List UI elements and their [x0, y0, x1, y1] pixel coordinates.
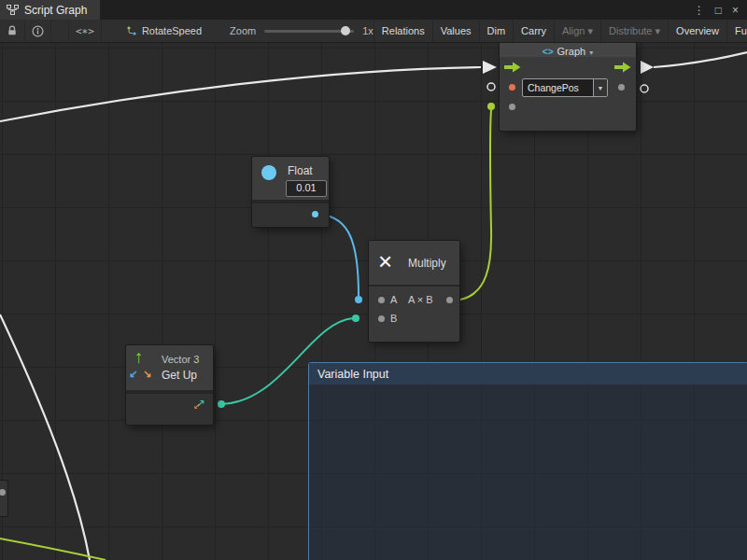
changepos-dropdown-value: ChangePos: [523, 82, 593, 93]
multiply-output-port[interactable]: [446, 297, 453, 303]
multiply-input-b-label: B: [390, 313, 397, 324]
flow-out-arrowhead: [641, 61, 654, 74]
graph-node-title: Graph: [557, 46, 586, 57]
wire-flow-in[interactable]: [0, 67, 481, 121]
wire-flow-bottom[interactable]: [0, 315, 90, 560]
wire-multiply-to-graph[interactable]: [460, 110, 491, 300]
relation-circle-left: [487, 83, 495, 91]
wire-start-teal-dot: [218, 400, 225, 408]
graph-node-header[interactable]: <> Graph ▾: [500, 42, 636, 57]
info-icon: [32, 25, 44, 37]
variable-input-body: [309, 385, 747, 560]
vector3-orange-arrow-icon: ↘: [143, 368, 151, 380]
graph-node-caret-icon: ▾: [589, 49, 593, 57]
float-output-port[interactable]: [312, 211, 318, 217]
vector3-blue-arrow-icon: ↙: [129, 368, 137, 380]
wire-lime-bottom[interactable]: [0, 539, 106, 560]
zoom-label: Zoom: [230, 25, 256, 36]
toolbar-button-carry[interactable]: Carry: [513, 20, 554, 42]
window-menu-icon[interactable]: ⋮: [694, 4, 705, 17]
wire-float-to-multiply[interactable]: [321, 215, 359, 296]
window-titlebar: Script Graph ⋮ □ ×: [0, 0, 747, 20]
vector3-output-port-icon[interactable]: ↗ ↙: [193, 397, 206, 410]
toolbar-button-relations[interactable]: Relations: [374, 20, 432, 42]
vector3-node-title: Get Up: [162, 369, 197, 382]
wire-end-teal-dot: [352, 315, 359, 322]
offscreen-node-port[interactable]: [0, 489, 6, 496]
graph-toolbar: <∗> RotateSpeed Zoom 1x Relations Values…: [0, 20, 747, 43]
script-graph-icon: [7, 5, 19, 15]
float-literal-node[interactable]: Float 0.01: [252, 157, 329, 227]
multiply-input-b-port[interactable]: [378, 315, 385, 322]
float-value-field[interactable]: 0.01: [286, 180, 327, 197]
wire-end-lime-dot: [487, 103, 495, 110]
zoom-value: 1x: [362, 25, 374, 36]
multiply-input-a-label: A: [390, 294, 397, 305]
relation-circle-right: [641, 85, 648, 92]
toolbar-button-distribute: Distribute ▾: [600, 20, 668, 42]
changepos-dropdown[interactable]: ChangePos ▼: [522, 78, 608, 97]
extra-port-gray[interactable]: [509, 104, 515, 110]
float-node-title: Float: [288, 164, 313, 177]
code-preview-button[interactable]: <∗>: [68, 20, 102, 42]
toolbar-button-fullscreen[interactable]: Full Screen: [726, 20, 747, 42]
flow-out-port-icon[interactable]: [614, 62, 631, 73]
offscreen-node-sliver[interactable]: [0, 481, 7, 516]
vector3-up-arrow-icon: ↑: [134, 347, 144, 368]
info-button[interactable]: [25, 20, 51, 42]
code-icon: <∗>: [76, 25, 94, 37]
toolbar-button-values[interactable]: Values: [432, 20, 479, 42]
flow-in-port-icon[interactable]: [504, 62, 521, 73]
variable-input-title: Variable Input: [317, 368, 388, 381]
toolbar-button-overview[interactable]: Overview: [668, 20, 726, 42]
graph-asset-ref[interactable]: RotateSpeed: [126, 25, 202, 36]
multiply-input-a-port[interactable]: [378, 297, 385, 303]
variable-input-header[interactable]: Variable Input: [309, 363, 747, 385]
graph-asset-name: RotateSpeed: [142, 25, 202, 36]
wire-end-cyan-dot: [355, 296, 362, 303]
multiply-icon: ×: [378, 248, 392, 274]
toolbar-button-dim[interactable]: Dim: [479, 20, 514, 42]
window-maximize-icon[interactable]: □: [715, 4, 722, 17]
toolbar-button-align: Align ▾: [554, 20, 600, 42]
wire-flow-out[interactable]: [654, 52, 747, 67]
value-port-orange[interactable]: [509, 84, 515, 91]
variable-input-panel[interactable]: Variable Input: [308, 362, 747, 560]
multiply-node[interactable]: × Multiply A A × B B: [369, 241, 459, 342]
zoom-slider-knob[interactable]: [341, 26, 350, 35]
lock-button[interactable]: [0, 20, 25, 42]
graph-variable-node[interactable]: <> Graph ▾ ChangePos ▼: [500, 42, 636, 131]
window-close-icon[interactable]: ×: [732, 4, 739, 17]
multiply-output-label: A × B: [408, 294, 433, 305]
graph-asset-icon: [126, 25, 137, 36]
tab-script-graph[interactable]: Script Graph: [0, 0, 100, 20]
vector3-type-label: Vector 3: [162, 354, 199, 365]
graph-canvas[interactable]: <> Graph ▾ ChangePos ▼ Float 0.01 × Mult…: [0, 42, 747, 560]
flow-in-arrowhead: [483, 61, 497, 74]
lock-icon: [7, 25, 18, 36]
float-type-icon: [261, 165, 276, 180]
tab-title: Script Graph: [24, 4, 87, 17]
zoom-slider[interactable]: [264, 30, 354, 33]
vector3-getup-node[interactable]: ↑ ↙ ↘ Vector 3 Get Up ↗ ↙: [126, 345, 213, 425]
multiply-node-title: Multiply: [408, 257, 446, 270]
output-port-gray[interactable]: [618, 84, 625, 91]
graph-node-icon: <>: [543, 47, 554, 57]
changepos-dropdown-caret-icon[interactable]: ▼: [593, 79, 607, 96]
